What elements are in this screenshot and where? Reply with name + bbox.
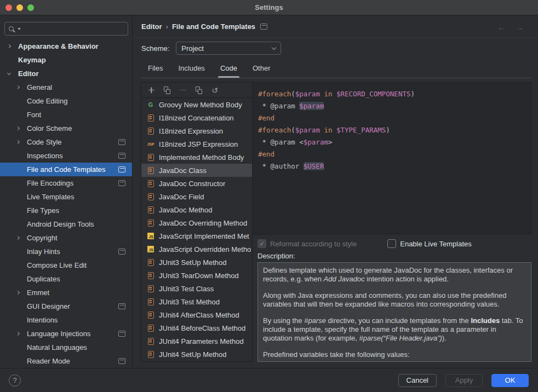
js-template-icon: JS — [146, 245, 155, 253]
sidebar-item-duplicates[interactable]: Duplicates — [0, 272, 133, 286]
chevron-right-icon[interactable] — [16, 237, 27, 239]
code-token: $USER — [304, 162, 324, 170]
sidebar-item-code-editing[interactable]: Code Editing — [0, 94, 133, 108]
tab-code[interactable]: Code — [214, 58, 244, 78]
template-row[interactable]: JSJavaScript Overridden Metho — [141, 243, 252, 256]
settings-badge-icon — [118, 303, 125, 309]
copy-icon[interactable] — [163, 87, 171, 94]
template-row[interactable]: JavaDoc Method — [141, 203, 252, 216]
template-label: JavaDoc Method — [159, 206, 213, 214]
chevron-right-icon[interactable] — [16, 127, 27, 130]
template-row[interactable]: I18nized Expression — [141, 124, 252, 137]
sidebar-item-file-types[interactable]: File Types — [0, 204, 133, 217]
search-box[interactable] — [4, 22, 128, 36]
template-row[interactable]: JavaDoc Class — [141, 164, 252, 177]
description-text: #parse — [304, 316, 326, 325]
settings-search-input[interactable] — [23, 25, 124, 33]
revert-icon[interactable]: ↺ — [211, 87, 219, 94]
template-label: JUnit3 SetUp Method — [159, 258, 227, 267]
template-row[interactable]: JUnit3 Test Class — [141, 282, 252, 295]
zoom-button[interactable] — [27, 4, 34, 11]
template-row[interactable]: JavaDoc Overriding Method — [141, 216, 252, 229]
sidebar-item-natural-languages[interactable]: Natural Languages — [0, 341, 133, 354]
template-template-icon — [146, 258, 155, 267]
code-token: #end — [258, 150, 274, 158]
sidebar-item-live-templates[interactable]: Live Templates — [0, 190, 133, 204]
settings-badge-icon — [118, 180, 125, 186]
close-button[interactable] — [5, 4, 12, 11]
template-row[interactable]: JUnit4 Parameters Method — [141, 335, 252, 348]
tab-includes[interactable]: Includes — [171, 58, 211, 78]
sidebar-item-keymap[interactable]: Keymap — [0, 53, 133, 67]
code-token: * @param — [258, 102, 299, 110]
template-label: I18nized JSP Expression — [159, 140, 238, 148]
chevron-right-icon[interactable] — [16, 141, 27, 143]
chevron-down-icon — [272, 45, 276, 49]
remove-icon[interactable] — [179, 87, 187, 94]
template-row[interactable]: JUnit3 SetUp Method — [141, 256, 252, 269]
template-row[interactable]: JUnit3 Test Method — [141, 295, 252, 308]
description-label: Description: — [257, 252, 295, 260]
sidebar-item-compose-live-edit[interactable]: Compose Live Edit — [0, 258, 133, 272]
sidebar-item-language-injections[interactable]: Language Injections — [0, 327, 133, 341]
template-row[interactable]: Implemented Method Body — [141, 151, 252, 164]
breadcrumb-editor[interactable]: Editor — [141, 22, 162, 31]
sidebar-item-color-scheme[interactable]: Color Scheme — [0, 122, 133, 135]
template-row[interactable]: GGroovy New Method Body — [141, 98, 252, 111]
code-editor[interactable]: #foreach($param in $RECORD_COMPONENTS) *… — [253, 82, 531, 234]
template-row[interactable]: JSPI18nized JSP Expression — [141, 137, 252, 151]
template-template-icon — [146, 113, 155, 122]
template-row[interactable]: I18nized Concatenation — [141, 111, 252, 124]
chevron-right-icon[interactable] — [16, 332, 27, 335]
sidebar-item-android-design-tools[interactable]: Android Design Tools — [0, 217, 133, 231]
sidebar-item-reader-mode[interactable]: Reader Mode — [0, 354, 133, 368]
sidebar-item-code-style[interactable]: Code Style — [0, 135, 133, 149]
help-button[interactable]: ? — [9, 374, 21, 387]
sidebar-item-intentions[interactable]: Intentions — [0, 313, 133, 327]
template-template-icon — [146, 284, 155, 293]
template-row[interactable]: JSJavaScript Implemented Met — [141, 229, 252, 243]
sidebar-item-copyright[interactable]: Copyright — [0, 231, 133, 245]
add-icon[interactable] — [147, 87, 155, 94]
template-row[interactable]: JavaDoc Constructor — [141, 177, 252, 190]
template-file-glyph — [148, 220, 154, 227]
tab-other[interactable]: Other — [246, 58, 277, 78]
forward-arrow-icon[interactable]: → — [516, 22, 524, 32]
sidebar-item-inlay-hints[interactable]: Inlay Hints — [0, 245, 133, 258]
scheme-row: Scheme: Project — [141, 38, 281, 58]
sidebar-item-editor[interactable]: Editor — [0, 67, 133, 80]
sidebar-item-file-encodings[interactable]: File Encodings — [0, 176, 133, 190]
duplicate-icon[interactable] — [195, 87, 203, 94]
minimize-button[interactable] — [16, 4, 23, 11]
template-row[interactable]: JUnit3 TearDown Method — [141, 269, 252, 282]
sidebar-item-label: Code Editing — [27, 97, 67, 105]
sidebar-item-inspections[interactable]: Inspections — [0, 149, 133, 163]
chevron-down-icon[interactable] — [8, 73, 18, 74]
tab-files[interactable]: Files — [141, 58, 169, 78]
sidebar-item-gui-designer[interactable]: GUI Designer — [0, 299, 133, 313]
chevron-right-icon[interactable] — [16, 291, 27, 294]
chevron-glyph — [16, 236, 20, 240]
sidebar-item-appearance-behavior[interactable]: Appearance & Behavior — [0, 39, 133, 53]
sidebar-item-file-and-code-templates[interactable]: File and Code Templates — [0, 163, 133, 176]
chevron-right-icon[interactable] — [16, 86, 27, 89]
template-label: JavaDoc Overriding Method — [159, 219, 247, 227]
cancel-button[interactable]: Cancel — [398, 374, 437, 387]
template-row[interactable]: JavaDoc Field — [141, 190, 252, 203]
template-template-icon — [146, 271, 155, 280]
code-line: * @param $param — [258, 100, 531, 112]
template-row[interactable]: JUnit4 SetUp Method — [141, 348, 252, 361]
scheme-select[interactable]: Project — [176, 42, 281, 55]
sidebar-item-general[interactable]: General — [0, 80, 133, 94]
template-row[interactable]: JUnit4 AfterClass Method — [141, 308, 252, 321]
chevron-right-icon[interactable] — [8, 45, 18, 48]
sidebar-item-font[interactable]: Font — [0, 108, 133, 122]
sidebar-item-emmet[interactable]: Emmet — [0, 286, 133, 299]
template-template-icon — [146, 297, 155, 306]
back-arrow-icon[interactable]: ← — [497, 22, 506, 32]
enable-live-templates-checkbox[interactable]: Enable Live Templates — [387, 239, 472, 248]
ok-button[interactable]: OK — [491, 374, 529, 387]
template-label: Groovy New Method Body — [159, 101, 242, 109]
template-row[interactable]: JUnit4 BeforeClass Method — [141, 321, 252, 335]
description-box: Defines template which used to generate … — [257, 262, 531, 362]
